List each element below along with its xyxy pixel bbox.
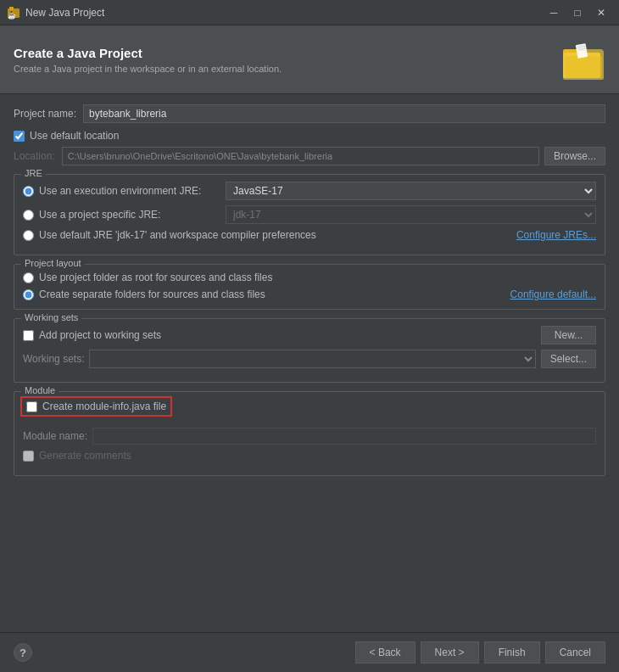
working-sets-select-row: Working sets: Select... bbox=[23, 350, 596, 368]
layout-separate-folders-label: Create separate folders for sources and … bbox=[39, 288, 510, 300]
working-sets-group: Working sets Add project to working sets… bbox=[14, 318, 605, 383]
generate-comments-row: Generate comments bbox=[23, 450, 596, 462]
dialog-header-icon bbox=[561, 37, 605, 81]
project-name-input[interactable] bbox=[83, 104, 605, 123]
window-controls: ─ □ ✕ bbox=[543, 4, 612, 21]
title-bar: ☕ New Java Project ─ □ ✕ bbox=[0, 0, 619, 25]
configure-jres-link[interactable]: Configure JREs... bbox=[516, 229, 596, 241]
jre-project-specific-row: Use a project specific JRE: jdk-17 bbox=[23, 205, 596, 224]
add-to-working-sets-label: Add project to working sets bbox=[39, 329, 161, 341]
new-working-set-button[interactable]: New... bbox=[541, 326, 596, 344]
project-layout-group-title: Project layout bbox=[21, 258, 85, 268]
window-title: New Java Project bbox=[25, 7, 543, 19]
jre-project-specific-radio[interactable] bbox=[23, 210, 34, 221]
module-name-row: Module name: bbox=[23, 428, 596, 445]
use-default-location-checkbox[interactable] bbox=[14, 131, 25, 142]
dialog-header: Create a Java Project Create a Java proj… bbox=[0, 25, 619, 94]
location-input[interactable] bbox=[62, 147, 539, 165]
svg-rect-1 bbox=[9, 7, 14, 10]
dialog-footer: ? < Back Next > Finish Cancel bbox=[0, 632, 619, 672]
jre-execution-env-row: Use an execution environment JRE: JavaSE… bbox=[23, 182, 596, 200]
help-button[interactable]: ? bbox=[14, 643, 32, 662]
use-default-location-label: Use default location bbox=[30, 130, 119, 142]
jre-project-specific-label: Use a project specific JRE: bbox=[39, 209, 226, 221]
layout-project-root-row: Use project folder as root for sources a… bbox=[23, 272, 596, 283]
project-name-row: Project name: bbox=[14, 104, 605, 123]
create-module-info-checkbox[interactable] bbox=[26, 401, 37, 412]
jre-default-row: Use default JRE 'jdk-17' and workspace c… bbox=[23, 229, 596, 241]
jre-project-specific-select[interactable]: jdk-17 bbox=[226, 205, 596, 224]
generate-comments-label: Generate comments bbox=[39, 450, 131, 462]
close-button[interactable]: ✕ bbox=[590, 4, 612, 21]
location-label: Location: bbox=[14, 150, 55, 162]
module-name-input[interactable] bbox=[92, 428, 596, 445]
jre-default-label: Use default JRE 'jdk-17' and workspace c… bbox=[39, 229, 316, 241]
configure-default-link[interactable]: Configure default... bbox=[510, 288, 596, 300]
dialog-header-text: Create a Java Project Create a Java proj… bbox=[14, 46, 282, 74]
generate-comments-checkbox[interactable] bbox=[23, 451, 34, 462]
create-module-info-row: Create module-info.java file bbox=[23, 399, 170, 414]
minimize-button[interactable]: ─ bbox=[543, 4, 565, 21]
working-sets-dropdown[interactable] bbox=[89, 350, 535, 368]
working-sets-label: Working sets: bbox=[23, 353, 84, 365]
jre-group: JRE Use an execution environment JRE: Ja… bbox=[14, 174, 605, 255]
cancel-button[interactable]: Cancel bbox=[545, 641, 605, 664]
dialog-subtitle: Create a Java project in the workspace o… bbox=[14, 64, 282, 74]
create-module-info-label: Create module-info.java file bbox=[42, 400, 166, 412]
project-layout-group: Project layout Use project folder as roo… bbox=[14, 264, 605, 310]
jre-execution-env-radio[interactable] bbox=[23, 186, 34, 197]
browse-button[interactable]: Browse... bbox=[544, 147, 605, 165]
jre-execution-env-select[interactable]: JavaSE-17 JavaSE-11 JavaSE-8 bbox=[226, 182, 596, 200]
layout-project-root-label: Use project folder as root for sources a… bbox=[39, 272, 596, 283]
window-icon: ☕ bbox=[7, 6, 20, 20]
dialog-content: Project name: Use default location Locat… bbox=[0, 94, 619, 632]
layout-separate-folders-row: Create separate folders for sources and … bbox=[23, 288, 596, 300]
jre-default-radio[interactable] bbox=[23, 230, 34, 241]
next-button[interactable]: Next > bbox=[421, 641, 479, 664]
svg-text:☕: ☕ bbox=[8, 11, 16, 20]
dialog: Create a Java Project Create a Java proj… bbox=[0, 25, 619, 672]
module-name-label: Module name: bbox=[23, 430, 87, 442]
layout-separate-folders-radio[interactable] bbox=[23, 289, 34, 300]
svg-rect-7 bbox=[565, 56, 602, 78]
jre-execution-env-label: Use an execution environment JRE: bbox=[39, 185, 226, 197]
finish-button[interactable]: Finish bbox=[484, 641, 540, 664]
add-to-working-sets-row: Add project to working sets New... bbox=[23, 326, 596, 344]
working-sets-group-title: Working sets bbox=[21, 312, 81, 322]
project-name-label: Project name: bbox=[14, 108, 76, 120]
use-default-location-row: Use default location bbox=[14, 130, 605, 142]
location-row: Location: Browse... bbox=[14, 147, 605, 165]
select-working-set-button[interactable]: Select... bbox=[541, 350, 596, 368]
jre-group-title: JRE bbox=[21, 168, 46, 178]
back-button[interactable]: < Back bbox=[355, 641, 415, 664]
layout-project-root-radio[interactable] bbox=[23, 272, 34, 283]
module-group: Module Create module-info.java file Modu… bbox=[14, 391, 605, 476]
dialog-title: Create a Java Project bbox=[14, 46, 282, 60]
module-group-title: Module bbox=[21, 385, 59, 395]
maximize-button[interactable]: □ bbox=[566, 4, 588, 21]
add-to-working-sets-checkbox[interactable] bbox=[23, 330, 34, 341]
